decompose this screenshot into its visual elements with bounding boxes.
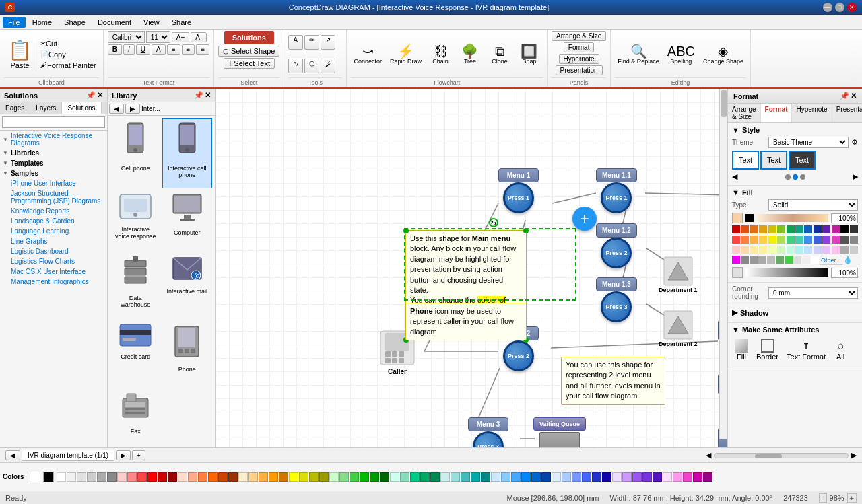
rotation-handle[interactable]: ↻ xyxy=(489,218,498,227)
press2-m2-btn[interactable]: Press 2 xyxy=(503,340,534,371)
color-near-white[interactable] xyxy=(793,256,801,264)
color-light-violet[interactable] xyxy=(822,246,830,254)
note-phone-icon[interactable]: Phone icon may be used to represent call… xyxy=(405,303,527,340)
color-blue[interactable] xyxy=(804,225,812,233)
tab-solutions[interactable]: Solutions xyxy=(62,102,101,114)
theme-light-btn[interactable]: Text xyxy=(732,151,759,170)
color-gray[interactable] xyxy=(840,236,849,244)
horizontal-scroll-right[interactable]: ▶ xyxy=(851,451,857,460)
theme-prev-icon[interactable]: ◀ xyxy=(732,172,737,181)
color-light-red[interactable] xyxy=(732,246,740,254)
fill-color-swatch-2[interactable] xyxy=(732,267,743,278)
menu12-box[interactable]: Menu 1.2 xyxy=(596,223,637,238)
color-light-cyan[interactable] xyxy=(795,246,803,254)
horizontal-scroll-left[interactable]: ◀ xyxy=(706,451,711,460)
lib-interactive-mail[interactable]: @ Interactive mail xyxy=(162,252,213,318)
lib-computer[interactable]: Computer xyxy=(162,190,213,250)
item-management[interactable]: Management Infographics xyxy=(0,277,107,287)
press3-m3-btn[interactable]: Press 3 xyxy=(473,431,504,447)
color-light-green[interactable] xyxy=(777,246,785,254)
color-amber[interactable] xyxy=(759,225,767,233)
item-logistic-dashboard[interactable]: Logistic Dashboard xyxy=(0,246,107,256)
tool-btn-4[interactable]: ∿ xyxy=(288,59,303,73)
format-pin-icon[interactable]: 📌 xyxy=(840,92,849,100)
color-white[interactable] xyxy=(811,256,819,264)
color-silver[interactable] xyxy=(850,246,858,254)
hypernote-btn[interactable]: Hypernote xyxy=(559,54,599,64)
spelling-btn[interactable]: ABC Spelling xyxy=(665,42,698,67)
italic-btn[interactable]: I xyxy=(123,44,135,55)
maximize-btn[interactable]: □ xyxy=(835,3,844,12)
color-green[interactable] xyxy=(787,225,795,233)
snap-btn[interactable]: 🔲 Snap xyxy=(516,42,543,67)
lib-credit-card[interactable]: Credit card xyxy=(110,320,161,383)
color-bright-yellow[interactable] xyxy=(768,236,776,244)
color-light-lime[interactable] xyxy=(768,246,776,254)
color-orange[interactable] xyxy=(750,225,758,233)
tab-prev-btn[interactable]: ◀ xyxy=(5,450,20,460)
library-close-icon[interactable]: ✕ xyxy=(205,91,211,100)
select-shape-btn[interactable]: ⬡ Select Shape xyxy=(218,46,279,57)
format-tab-presentation[interactable]: Presentation xyxy=(832,104,862,122)
format-tab-hypernote[interactable]: Hypernote xyxy=(792,104,832,122)
underline-btn[interactable]: U xyxy=(136,44,150,55)
fill-gradient-bar[interactable] xyxy=(756,214,828,222)
color-spring-green[interactable] xyxy=(787,236,795,244)
format-tab-arrange[interactable]: Arrange & Size xyxy=(728,104,761,122)
press1-m1-btn[interactable]: Press 1 xyxy=(503,182,534,213)
item-logistics-flow[interactable]: Logistics Flow Charts xyxy=(0,256,107,266)
lib-data-warehouse[interactable]: Data warehouse xyxy=(110,252,161,318)
color-dropper-icon[interactable]: 💧 xyxy=(843,256,853,265)
color-violet[interactable] xyxy=(822,236,830,244)
canvas-area[interactable]: + Caller Menu 1 Press 1 xyxy=(216,89,727,447)
library-pin-icon[interactable]: 📌 xyxy=(194,91,203,100)
waiting-queue-box[interactable]: Vaiting Queue xyxy=(533,417,586,431)
minimize-btn[interactable]: — xyxy=(823,3,832,12)
fill-color-swatch[interactable] xyxy=(732,213,743,223)
fill-type-select[interactable]: Solid Linear Radial None xyxy=(768,199,858,211)
arrange-size-btn[interactable]: Arrange & Size xyxy=(552,31,606,41)
add-node-btn[interactable]: + xyxy=(572,207,597,231)
tab-layers[interactable]: Layers xyxy=(30,102,62,114)
format-btn[interactable]: Format xyxy=(564,42,595,52)
lib-interactive-cell-phone[interactable]: Interactive cell phone xyxy=(162,118,213,188)
clone-btn[interactable]: ⧉ Clone xyxy=(486,42,513,67)
format-close-icon[interactable]: ✕ xyxy=(851,92,857,100)
align-left-btn[interactable]: ≡ xyxy=(167,44,180,55)
select-text-btn[interactable]: T Select Text xyxy=(224,58,275,69)
theme-next-icon[interactable]: ▶ xyxy=(853,172,858,181)
vertical-scrollbar[interactable] xyxy=(719,89,727,439)
tool-btn-5[interactable]: ⬡ xyxy=(304,59,319,73)
copy-btn[interactable]: 📄 Copy xyxy=(38,50,99,59)
tab-pages[interactable]: Pages xyxy=(0,102,30,114)
color-lime[interactable] xyxy=(777,225,785,233)
section-samples[interactable]: ▼ Samples xyxy=(0,168,107,178)
menu3-box[interactable]: Menu 3 xyxy=(468,417,508,431)
align-right-btn[interactable]: ≡ xyxy=(196,44,209,55)
item-macosx[interactable]: Mac OS X User Interface xyxy=(0,266,107,277)
color-sage-green[interactable] xyxy=(776,256,784,264)
menu-shape[interactable]: Shape xyxy=(59,17,91,28)
tool-btn-3[interactable]: ↗ xyxy=(321,35,335,50)
change-shape-btn[interactable]: ◈ Change Shape xyxy=(700,42,746,67)
item-line-graphs[interactable]: Line Graphs xyxy=(0,236,107,246)
lib-cell-phone[interactable]: Cell phone xyxy=(110,118,161,188)
solutions-pin-icon[interactable]: 📌 xyxy=(86,91,96,100)
color-darkgray[interactable] xyxy=(850,225,858,233)
menu1-node[interactable]: Menu 1 Press 1 xyxy=(498,168,539,213)
color-medium-gray[interactable] xyxy=(850,236,858,244)
color-light-yellow[interactable] xyxy=(759,246,767,254)
color-turquoise[interactable] xyxy=(795,236,803,244)
press3-m13-btn[interactable]: Press 3 xyxy=(601,291,632,322)
theme-dark-btn[interactable]: Text xyxy=(789,151,816,170)
menu11-node[interactable]: Menu 1.1 Press 1 xyxy=(596,168,637,213)
horizontal-scrollbar[interactable] xyxy=(714,453,849,458)
bold-btn[interactable]: B xyxy=(108,44,122,55)
dept2-node[interactable]: Department 2 xyxy=(659,310,698,347)
font-size-select[interactable]: 11 xyxy=(146,31,170,43)
color-peach[interactable] xyxy=(750,236,758,244)
make-same-all-btn[interactable]: ⬡ All xyxy=(831,336,850,363)
main-canvas[interactable]: + Caller Menu 1 Press 1 xyxy=(216,89,727,447)
solutions-close-icon[interactable]: ✕ xyxy=(97,91,103,100)
color-almost-white[interactable] xyxy=(802,256,810,264)
